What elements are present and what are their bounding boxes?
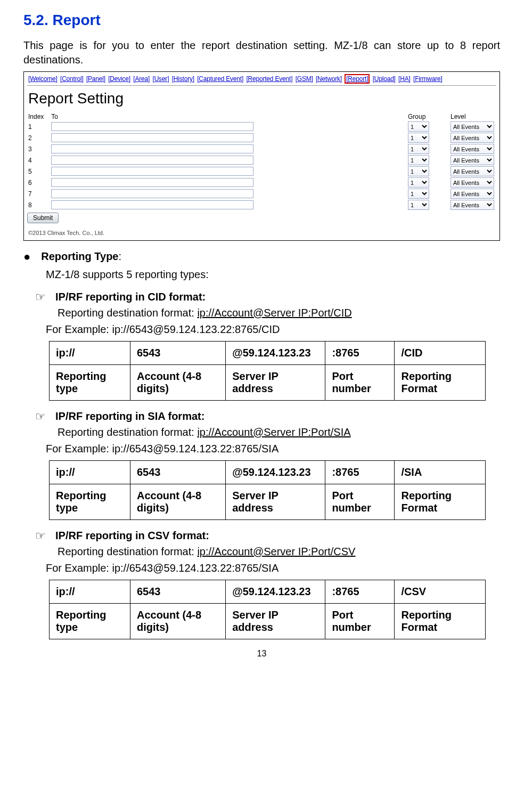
report-table: Index To Group Level 11All Events21All E…	[24, 112, 499, 210]
format-cell: /SIA	[395, 461, 486, 484]
to-input[interactable]	[51, 200, 253, 209]
format-cell: Reporting Format	[395, 365, 486, 401]
level-select[interactable]: All Events	[451, 133, 494, 143]
group-select[interactable]: 1	[408, 166, 429, 176]
format-title: IP/RF reporting in CSV format:	[55, 530, 209, 542]
breadcrumb-item[interactable]: [Device]	[108, 75, 130, 83]
format-cell: ip://	[50, 342, 130, 365]
table-row: 51All Events	[24, 166, 499, 177]
row-index: 7	[24, 188, 47, 199]
format-cell: 6543	[130, 461, 225, 484]
submit-button[interactable]: Submit	[27, 213, 59, 223]
format-cell: Port number	[325, 604, 395, 639]
format-cell: Server IP address	[226, 484, 325, 520]
breadcrumb-item[interactable]: [Firmware]	[413, 75, 443, 83]
format-cell: Server IP address	[226, 604, 325, 639]
table-row: 61All Events	[24, 177, 499, 188]
col-index: Index	[24, 112, 47, 121]
group-select[interactable]: 1	[408, 177, 429, 188]
level-select[interactable]: All Events	[451, 121, 494, 132]
format-heading: ☞IP/RF reporting in CSV format:	[23, 530, 500, 542]
row-index: 4	[24, 155, 47, 166]
page-number: 13	[23, 649, 500, 659]
format-cell: :8765	[325, 342, 395, 365]
format-cell: Server IP address	[226, 365, 325, 401]
reporting-type-text: MZ-1/8 supports 5 reporting types:	[46, 266, 500, 282]
hand-icon: ☞	[35, 530, 46, 542]
breadcrumb-item[interactable]: [Upload]	[373, 75, 396, 83]
breadcrumb-item[interactable]: [User]	[153, 75, 169, 83]
breadcrumb-item[interactable]: [Reported Event]	[246, 75, 292, 83]
format-destination: Reporting destination format: ip://Accou…	[58, 426, 500, 439]
breadcrumb-item[interactable]: [HA]	[398, 75, 411, 83]
format-title: IP/RF reporting in SIA format:	[55, 410, 204, 423]
group-select[interactable]: 1	[408, 200, 429, 210]
to-input[interactable]	[51, 156, 253, 165]
breadcrumb-item[interactable]: [Panel]	[86, 75, 105, 83]
format-cell: @59.124.123.23	[226, 461, 325, 484]
section-title: 5.2. Report	[23, 12, 500, 29]
breadcrumb-item[interactable]: [Report]	[345, 74, 370, 84]
format-cell: :8765	[325, 461, 395, 484]
row-index: 1	[24, 121, 47, 132]
format-cell: Account (4-8 digits)	[130, 604, 225, 639]
format-cell: 6543	[130, 342, 225, 365]
group-select[interactable]: 1	[408, 144, 429, 154]
format-cell: Port number	[325, 484, 395, 520]
level-select[interactable]: All Events	[451, 166, 494, 176]
to-input[interactable]	[51, 122, 253, 131]
to-input[interactable]	[51, 178, 253, 187]
format-table: ip://6543@59.124.123.23:8765/SIAReportin…	[49, 460, 486, 520]
page-title: Report Setting	[24, 89, 499, 112]
breadcrumb-item[interactable]: [GSM]	[296, 75, 313, 83]
row-index: 8	[24, 199, 47, 210]
hand-icon: ☞	[35, 410, 46, 423]
row-index: 3	[24, 143, 47, 155]
format-example: For Example: ip://6543@59.124.123.22:876…	[46, 323, 500, 336]
level-select[interactable]: All Events	[451, 155, 494, 165]
divider	[27, 85, 496, 86]
format-cell: Reporting type	[50, 484, 130, 520]
breadcrumb-item[interactable]: [Control]	[60, 75, 84, 83]
col-to: To	[47, 112, 404, 121]
format-heading: ☞IP/RF reporting in CID format:	[23, 291, 500, 304]
group-select[interactable]: 1	[408, 155, 429, 165]
row-index: 5	[24, 166, 47, 177]
format-cell: Port number	[325, 365, 395, 401]
table-row: 21All Events	[24, 132, 499, 143]
group-select[interactable]: 1	[408, 121, 429, 132]
table-row: 81All Events	[24, 199, 499, 210]
format-cell: /CID	[395, 342, 486, 365]
breadcrumb-item[interactable]: [History]	[172, 75, 194, 83]
format-cell: @59.124.123.23	[226, 580, 325, 604]
to-input[interactable]	[51, 133, 253, 142]
level-select[interactable]: All Events	[451, 200, 494, 210]
breadcrumb-item[interactable]: [Network]	[316, 75, 342, 83]
format-cell: Reporting Format	[395, 604, 486, 639]
level-select[interactable]: All Events	[451, 144, 494, 154]
breadcrumb-item[interactable]: [Area]	[133, 75, 150, 83]
breadcrumb-item[interactable]: [Welcome]	[28, 75, 58, 83]
level-select[interactable]: All Events	[451, 177, 494, 188]
format-cell: Reporting type	[50, 365, 130, 401]
group-select[interactable]: 1	[408, 133, 429, 143]
bullet-icon: ●	[23, 250, 30, 263]
to-input[interactable]	[51, 167, 253, 176]
level-select[interactable]: All Events	[451, 189, 494, 199]
to-input[interactable]	[51, 189, 253, 198]
table-row: 11All Events	[24, 121, 499, 132]
table-row: 41All Events	[24, 155, 499, 166]
format-cell: Reporting Format	[395, 484, 486, 520]
breadcrumb-item[interactable]: [Captured Event]	[197, 75, 243, 83]
table-row: 31All Events	[24, 143, 499, 155]
copyright-text: ©2013 Climax Tech. Co., Ltd.	[24, 229, 499, 240]
group-select[interactable]: 1	[408, 189, 429, 199]
row-index: 2	[24, 132, 47, 143]
format-cell: Reporting type	[50, 604, 130, 639]
format-heading: ☞IP/RF reporting in SIA format:	[23, 410, 500, 423]
format-destination: Reporting destination format: ip://Accou…	[58, 307, 500, 319]
table-row: 71All Events	[24, 188, 499, 199]
to-input[interactable]	[51, 144, 253, 153]
row-index: 6	[24, 177, 47, 188]
format-cell: /CSV	[395, 580, 486, 604]
